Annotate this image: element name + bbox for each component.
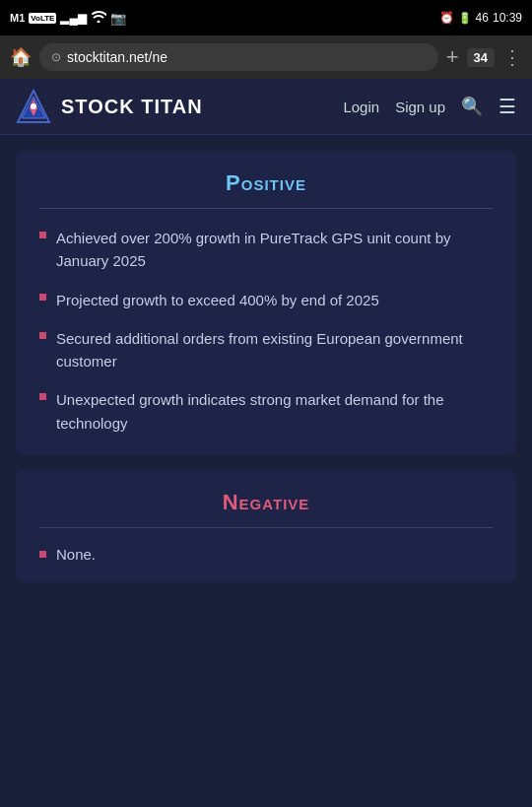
browser-toolbar: 🏠 ⊙ stocktitan.net/ne + 34 ⋮ (0, 35, 532, 79)
alarm-icon: ⏰ (439, 11, 454, 25)
positive-item-1: Achieved over 200% growth in PureTrack G… (56, 227, 493, 273)
battery-level: 46 (476, 11, 489, 25)
bullet-icon (39, 294, 46, 301)
bullet-icon (39, 232, 46, 238)
search-icon[interactable]: 🔍 (461, 96, 483, 117)
wifi-icon (91, 11, 106, 26)
login-link[interactable]: Login (343, 99, 379, 115)
svg-point-2 (31, 103, 36, 109)
positive-divider (39, 208, 493, 209)
list-item: Achieved over 200% growth in PureTrack G… (39, 227, 493, 273)
url-text: stocktitan.net/ne (67, 49, 167, 65)
carrier-label: M1 (10, 12, 25, 24)
instagram-icon: 📷 (110, 11, 126, 26)
status-bar: M1 VoLTE ▂▄▆ 📷 ⏰ 🔋 46 10:39 (0, 0, 532, 35)
bullet-icon (39, 332, 46, 339)
site-info-icon: ⊙ (51, 50, 61, 64)
status-left: M1 VoLTE ▂▄▆ 📷 (10, 11, 126, 26)
logo-icon (16, 89, 51, 124)
browser-menu-button[interactable]: ⋮ (502, 45, 522, 69)
site-title: STOCK TITAN (61, 96, 203, 118)
clock: 10:39 (493, 11, 522, 25)
status-right: ⏰ 🔋 46 10:39 (439, 11, 522, 25)
url-bar[interactable]: ⊙ stocktitan.net/ne (39, 43, 438, 71)
nav-bar: STOCK TITAN Login Sign up 🔍 ☰ (0, 79, 532, 135)
list-item: Projected growth to exceed 400% by end o… (39, 289, 493, 311)
bullet-icon (39, 551, 46, 558)
new-tab-button[interactable]: + (446, 44, 459, 70)
negative-title: Negative (39, 490, 493, 515)
signal-icon: ▂▄▆ (60, 11, 87, 25)
signup-link[interactable]: Sign up (395, 99, 445, 115)
negative-section: Negative None. (16, 470, 516, 582)
list-item: Secured additional orders from existing … (39, 327, 493, 373)
positive-item-4: Unexpected growth indicates strong marke… (56, 388, 493, 435)
negative-item-1: None. (56, 546, 96, 563)
list-item: Unexpected growth indicates strong marke… (39, 388, 493, 435)
main-content: Positive Achieved over 200% growth in Pu… (0, 151, 532, 582)
positive-bullet-list: Achieved over 200% growth in PureTrack G… (39, 227, 493, 435)
battery-icon: 🔋 (458, 12, 472, 25)
negative-divider (39, 527, 493, 528)
nav-links: Login Sign up 🔍 ☰ (343, 95, 516, 118)
negative-bullet-list: None. (39, 546, 493, 563)
positive-item-2: Projected growth to exceed 400% by end o… (56, 289, 379, 311)
logo-container: STOCK TITAN (16, 89, 203, 124)
bullet-icon (39, 393, 46, 400)
positive-item-3: Secured additional orders from existing … (56, 327, 493, 373)
positive-title: Positive (39, 170, 493, 196)
positive-section: Positive Achieved over 200% growth in Pu… (16, 151, 516, 454)
tabs-button[interactable]: 34 (467, 48, 495, 67)
volte-badge: VoLTE (29, 13, 56, 24)
hamburger-menu-icon[interactable]: ☰ (499, 95, 516, 118)
browser-back-icon[interactable]: 🏠 (10, 46, 32, 68)
